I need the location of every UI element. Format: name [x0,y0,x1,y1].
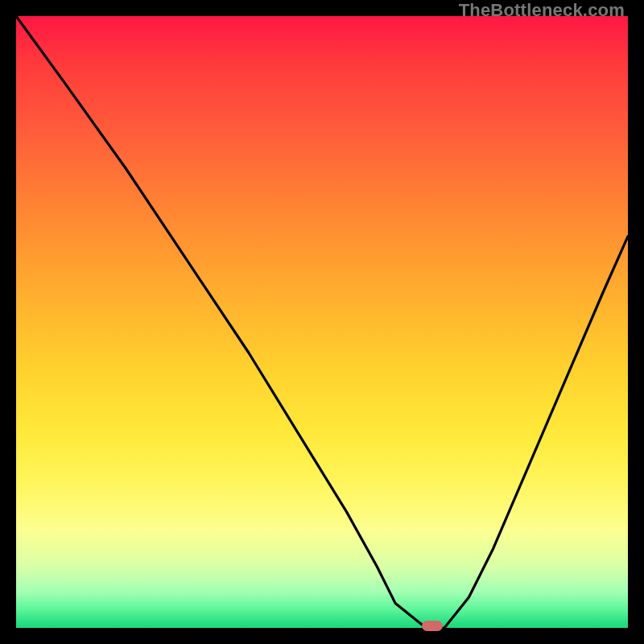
chart-frame: TheBottleneck.com [0,0,644,644]
plot-area [16,16,628,628]
bottleneck-curve [16,16,628,628]
minimum-marker [422,621,443,631]
